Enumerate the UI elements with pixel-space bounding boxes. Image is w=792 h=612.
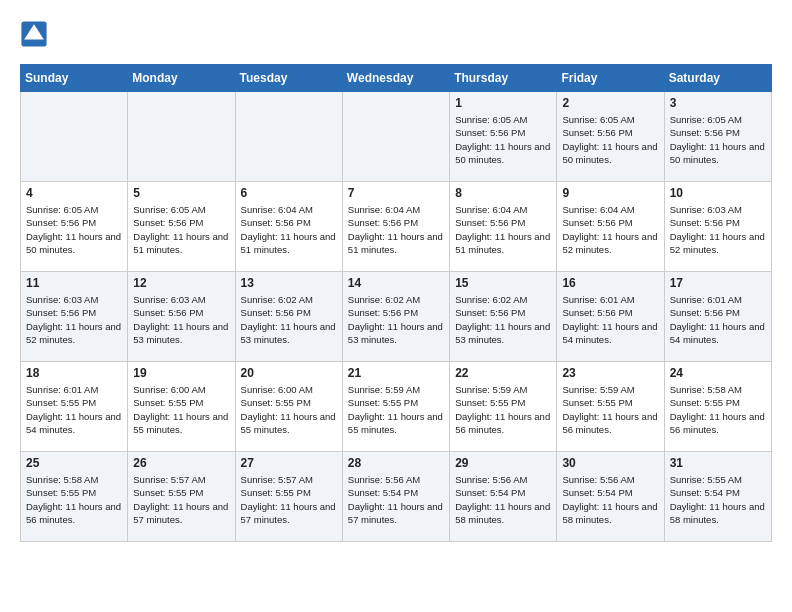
calendar-cell <box>235 92 342 182</box>
calendar-table: SundayMondayTuesdayWednesdayThursdayFrid… <box>20 64 772 542</box>
day-number: 28 <box>348 456 444 470</box>
cell-content: Sunrise: 5:59 AMSunset: 5:55 PMDaylight:… <box>348 383 444 436</box>
cell-content: Sunrise: 5:56 AMSunset: 5:54 PMDaylight:… <box>562 473 658 526</box>
day-number: 13 <box>241 276 337 290</box>
calendar-cell: 21Sunrise: 5:59 AMSunset: 5:55 PMDayligh… <box>342 362 449 452</box>
day-number: 23 <box>562 366 658 380</box>
cell-content: Sunrise: 6:00 AMSunset: 5:55 PMDaylight:… <box>241 383 337 436</box>
day-number: 26 <box>133 456 229 470</box>
day-number: 16 <box>562 276 658 290</box>
cell-content: Sunrise: 6:04 AMSunset: 5:56 PMDaylight:… <box>241 203 337 256</box>
cell-content: Sunrise: 5:56 AMSunset: 5:54 PMDaylight:… <box>348 473 444 526</box>
day-number: 7 <box>348 186 444 200</box>
cell-content: Sunrise: 6:02 AMSunset: 5:56 PMDaylight:… <box>241 293 337 346</box>
page-header <box>20 20 772 48</box>
col-header-saturday: Saturday <box>664 65 771 92</box>
week-row-5: 25Sunrise: 5:58 AMSunset: 5:55 PMDayligh… <box>21 452 772 542</box>
day-number: 5 <box>133 186 229 200</box>
week-row-4: 18Sunrise: 6:01 AMSunset: 5:55 PMDayligh… <box>21 362 772 452</box>
calendar-cell: 31Sunrise: 5:55 AMSunset: 5:54 PMDayligh… <box>664 452 771 542</box>
cell-content: Sunrise: 6:03 AMSunset: 5:56 PMDaylight:… <box>26 293 122 346</box>
day-number: 21 <box>348 366 444 380</box>
cell-content: Sunrise: 5:55 AMSunset: 5:54 PMDaylight:… <box>670 473 766 526</box>
day-number: 20 <box>241 366 337 380</box>
day-number: 6 <box>241 186 337 200</box>
calendar-cell: 6Sunrise: 6:04 AMSunset: 5:56 PMDaylight… <box>235 182 342 272</box>
cell-content: Sunrise: 6:05 AMSunset: 5:56 PMDaylight:… <box>26 203 122 256</box>
calendar-cell: 5Sunrise: 6:05 AMSunset: 5:56 PMDaylight… <box>128 182 235 272</box>
day-number: 8 <box>455 186 551 200</box>
logo-icon <box>20 20 48 48</box>
calendar-cell: 11Sunrise: 6:03 AMSunset: 5:56 PMDayligh… <box>21 272 128 362</box>
day-number: 30 <box>562 456 658 470</box>
calendar-cell: 22Sunrise: 5:59 AMSunset: 5:55 PMDayligh… <box>450 362 557 452</box>
calendar-cell: 25Sunrise: 5:58 AMSunset: 5:55 PMDayligh… <box>21 452 128 542</box>
day-number: 24 <box>670 366 766 380</box>
day-number: 3 <box>670 96 766 110</box>
cell-content: Sunrise: 6:01 AMSunset: 5:56 PMDaylight:… <box>562 293 658 346</box>
calendar-cell: 26Sunrise: 5:57 AMSunset: 5:55 PMDayligh… <box>128 452 235 542</box>
calendar-cell: 30Sunrise: 5:56 AMSunset: 5:54 PMDayligh… <box>557 452 664 542</box>
day-number: 27 <box>241 456 337 470</box>
week-row-3: 11Sunrise: 6:03 AMSunset: 5:56 PMDayligh… <box>21 272 772 362</box>
calendar-cell: 3Sunrise: 6:05 AMSunset: 5:56 PMDaylight… <box>664 92 771 182</box>
calendar-cell: 1Sunrise: 6:05 AMSunset: 5:56 PMDaylight… <box>450 92 557 182</box>
cell-content: Sunrise: 6:02 AMSunset: 5:56 PMDaylight:… <box>455 293 551 346</box>
calendar-cell: 19Sunrise: 6:00 AMSunset: 5:55 PMDayligh… <box>128 362 235 452</box>
cell-content: Sunrise: 6:04 AMSunset: 5:56 PMDaylight:… <box>348 203 444 256</box>
logo <box>20 20 52 48</box>
calendar-cell: 20Sunrise: 6:00 AMSunset: 5:55 PMDayligh… <box>235 362 342 452</box>
col-header-thursday: Thursday <box>450 65 557 92</box>
day-number: 4 <box>26 186 122 200</box>
day-number: 17 <box>670 276 766 290</box>
day-number: 19 <box>133 366 229 380</box>
cell-content: Sunrise: 6:05 AMSunset: 5:56 PMDaylight:… <box>670 113 766 166</box>
day-number: 15 <box>455 276 551 290</box>
cell-content: Sunrise: 6:05 AMSunset: 5:56 PMDaylight:… <box>133 203 229 256</box>
calendar-cell: 15Sunrise: 6:02 AMSunset: 5:56 PMDayligh… <box>450 272 557 362</box>
calendar-cell <box>21 92 128 182</box>
calendar-cell: 17Sunrise: 6:01 AMSunset: 5:56 PMDayligh… <box>664 272 771 362</box>
calendar-cell: 10Sunrise: 6:03 AMSunset: 5:56 PMDayligh… <box>664 182 771 272</box>
calendar-cell: 16Sunrise: 6:01 AMSunset: 5:56 PMDayligh… <box>557 272 664 362</box>
col-header-sunday: Sunday <box>21 65 128 92</box>
calendar-cell: 12Sunrise: 6:03 AMSunset: 5:56 PMDayligh… <box>128 272 235 362</box>
calendar-cell <box>128 92 235 182</box>
calendar-cell: 23Sunrise: 5:59 AMSunset: 5:55 PMDayligh… <box>557 362 664 452</box>
calendar-cell: 27Sunrise: 5:57 AMSunset: 5:55 PMDayligh… <box>235 452 342 542</box>
cell-content: Sunrise: 5:57 AMSunset: 5:55 PMDaylight:… <box>241 473 337 526</box>
col-header-monday: Monday <box>128 65 235 92</box>
cell-content: Sunrise: 5:59 AMSunset: 5:55 PMDaylight:… <box>455 383 551 436</box>
cell-content: Sunrise: 6:04 AMSunset: 5:56 PMDaylight:… <box>562 203 658 256</box>
col-header-tuesday: Tuesday <box>235 65 342 92</box>
col-header-wednesday: Wednesday <box>342 65 449 92</box>
calendar-cell: 14Sunrise: 6:02 AMSunset: 5:56 PMDayligh… <box>342 272 449 362</box>
day-number: 18 <box>26 366 122 380</box>
day-number: 1 <box>455 96 551 110</box>
day-number: 25 <box>26 456 122 470</box>
cell-content: Sunrise: 6:04 AMSunset: 5:56 PMDaylight:… <box>455 203 551 256</box>
day-number: 12 <box>133 276 229 290</box>
cell-content: Sunrise: 5:58 AMSunset: 5:55 PMDaylight:… <box>670 383 766 436</box>
calendar-cell <box>342 92 449 182</box>
day-number: 29 <box>455 456 551 470</box>
cell-content: Sunrise: 6:01 AMSunset: 5:56 PMDaylight:… <box>670 293 766 346</box>
cell-content: Sunrise: 6:02 AMSunset: 5:56 PMDaylight:… <box>348 293 444 346</box>
calendar-cell: 24Sunrise: 5:58 AMSunset: 5:55 PMDayligh… <box>664 362 771 452</box>
week-row-2: 4Sunrise: 6:05 AMSunset: 5:56 PMDaylight… <box>21 182 772 272</box>
day-number: 14 <box>348 276 444 290</box>
day-number: 10 <box>670 186 766 200</box>
calendar-cell: 4Sunrise: 6:05 AMSunset: 5:56 PMDaylight… <box>21 182 128 272</box>
calendar-cell: 9Sunrise: 6:04 AMSunset: 5:56 PMDaylight… <box>557 182 664 272</box>
col-header-friday: Friday <box>557 65 664 92</box>
day-number: 22 <box>455 366 551 380</box>
week-row-1: 1Sunrise: 6:05 AMSunset: 5:56 PMDaylight… <box>21 92 772 182</box>
cell-content: Sunrise: 5:56 AMSunset: 5:54 PMDaylight:… <box>455 473 551 526</box>
day-number: 2 <box>562 96 658 110</box>
cell-content: Sunrise: 6:05 AMSunset: 5:56 PMDaylight:… <box>455 113 551 166</box>
cell-content: Sunrise: 5:57 AMSunset: 5:55 PMDaylight:… <box>133 473 229 526</box>
cell-content: Sunrise: 6:00 AMSunset: 5:55 PMDaylight:… <box>133 383 229 436</box>
calendar-cell: 7Sunrise: 6:04 AMSunset: 5:56 PMDaylight… <box>342 182 449 272</box>
calendar-cell: 29Sunrise: 5:56 AMSunset: 5:54 PMDayligh… <box>450 452 557 542</box>
day-number: 31 <box>670 456 766 470</box>
